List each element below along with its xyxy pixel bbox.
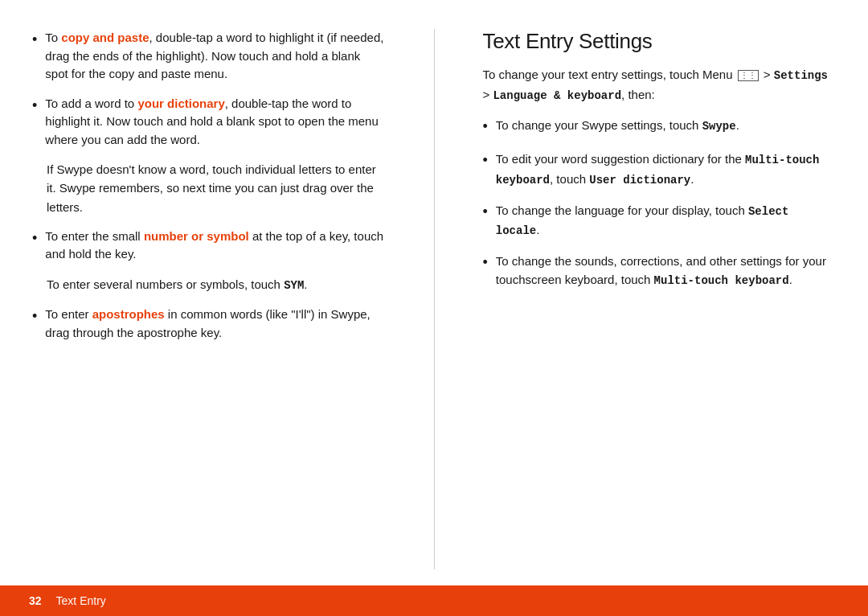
bullet-text: To edit your word suggestion dictionary … [496, 150, 836, 189]
bullet-text: To change the language for your display,… [496, 201, 836, 240]
highlighted-term: apostrophes [92, 307, 165, 321]
page-title: Text Entry Settings [483, 29, 837, 54]
list-item: To add a word to your dictionary, double… [32, 95, 386, 150]
language-keyboard-keyword: Language & keyboard [493, 89, 621, 102]
intro-paragraph: To change your text entry settings, touc… [483, 65, 837, 105]
footer: 32 Text Entry [0, 585, 868, 616]
highlighted-term: your dictionary [137, 97, 224, 110]
column-divider [434, 29, 435, 569]
footer-section-label: Text Entry [56, 594, 106, 607]
menu-icon: ⋮⋮ [738, 70, 759, 81]
bullet-text: To add a word to your dictionary, double… [45, 95, 385, 150]
sym-keyword: SYM [284, 279, 304, 292]
left-bullet-list-continued: To enter the small number or symbol at t… [32, 228, 386, 264]
list-item: To copy and paste, double-tap a word to … [32, 29, 386, 84]
user-dictionary-keyword: User dictionary [589, 174, 690, 187]
list-item: To change the sounds, corrections, and o… [483, 252, 837, 290]
settings-keyword: Settings [774, 69, 828, 82]
indent-paragraph-2: To enter several numbers or symbols, tou… [47, 275, 386, 295]
highlighted-term: copy and paste [61, 31, 149, 44]
list-item: To edit your word suggestion dictionary … [483, 150, 837, 189]
left-bullet-list: To copy and paste, double-tap a word to … [32, 29, 386, 149]
list-item: To enter apostrophes in common words (li… [32, 306, 386, 342]
multitouch-keyboard-keyword: Multi-touch keyboard [654, 274, 789, 287]
indent-paragraph-1: If Swype doesn't know a word, touch indi… [47, 160, 386, 216]
left-bullet-list-apostrophes: To enter apostrophes in common words (li… [32, 306, 386, 342]
bullet-text: To change the sounds, corrections, and o… [496, 252, 836, 290]
bullet-text: To enter the small number or symbol at t… [45, 228, 385, 264]
right-bullet-list: To change your Swype settings, touch Swy… [483, 116, 837, 290]
select-locale-keyword: Select locale [496, 205, 789, 238]
highlighted-term: number or symbol [144, 229, 249, 243]
swype-keyword: Swype [702, 120, 736, 133]
main-content: To copy and paste, double-tap a word to … [0, 0, 868, 585]
list-item: To change your Swype settings, touch Swy… [483, 116, 837, 138]
footer-page-number: 32 [29, 594, 42, 607]
right-column: Text Entry Settings To change your text … [467, 29, 837, 569]
bullet-text: To enter apostrophes in common words (li… [45, 306, 385, 342]
list-item: To change the language for your display,… [483, 201, 837, 240]
bullet-text: To copy and paste, double-tap a word to … [45, 29, 385, 84]
list-item: To enter the small number or symbol at t… [32, 228, 386, 264]
left-column: To copy and paste, double-tap a word to … [32, 29, 402, 569]
bullet-text: To change your Swype settings, touch Swy… [496, 116, 739, 136]
